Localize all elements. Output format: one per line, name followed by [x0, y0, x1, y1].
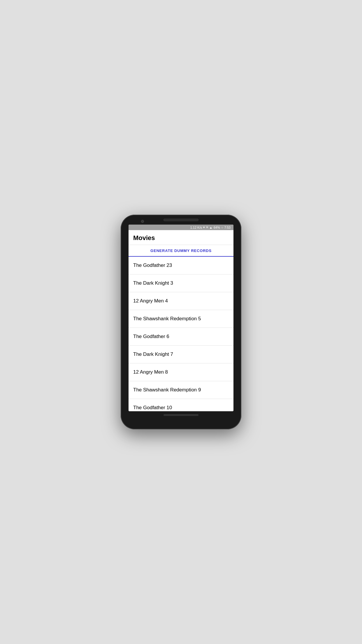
battery-level: 64% [214, 226, 220, 229]
generate-dummy-records-button[interactable]: GENERATE DUMMY RECORDS [150, 249, 212, 253]
list-item[interactable]: The Godfather 6 [129, 328, 233, 346]
phone-shell: 1.12 K/s ▾ ✕ ▲ 64% ○ 7:53 Movies GENERAT… [121, 215, 241, 429]
generate-button-section[interactable]: GENERATE DUMMY RECORDS [129, 245, 233, 257]
network-speed: 1.12 K/s [190, 226, 202, 229]
speaker [164, 219, 198, 221]
app-header: Movies [129, 230, 233, 245]
battery-icon: ○ [221, 226, 223, 229]
list-item[interactable]: 12 Angry Men 4 [129, 292, 233, 310]
list-item[interactable]: The Dark Knight 7 [129, 346, 233, 363]
list-item[interactable]: The Dark Knight 3 [129, 274, 233, 292]
wifi-icon: ▾ [203, 225, 205, 229]
status-icons: ▾ ✕ ▲ [203, 225, 212, 229]
movie-list: The Godfather 23The Dark Knight 312 Angr… [129, 257, 233, 411]
list-item[interactable]: The Godfather 23 [129, 257, 233, 274]
phone-home-bar [164, 414, 198, 416]
camera-icon [141, 220, 144, 223]
status-bar: 1.12 K/s ▾ ✕ ▲ 64% ○ 7:53 [129, 225, 233, 230]
list-item[interactable]: 12 Angry Men 8 [129, 363, 233, 381]
phone-top-bar [121, 215, 241, 221]
page-title: Movies [133, 234, 229, 242]
signal-bars-icon: ▲ [209, 226, 212, 229]
time-display: 7:53 [224, 226, 231, 229]
phone-screen: 1.12 K/s ▾ ✕ ▲ 64% ○ 7:53 Movies GENERAT… [129, 225, 233, 411]
list-item[interactable]: The Shawshank Redemption 5 [129, 310, 233, 328]
signal-icon: ✕ [206, 225, 208, 229]
list-item[interactable]: The Shawshank Redemption 9 [129, 381, 233, 399]
list-item[interactable]: The Godfather 10 [129, 399, 233, 411]
